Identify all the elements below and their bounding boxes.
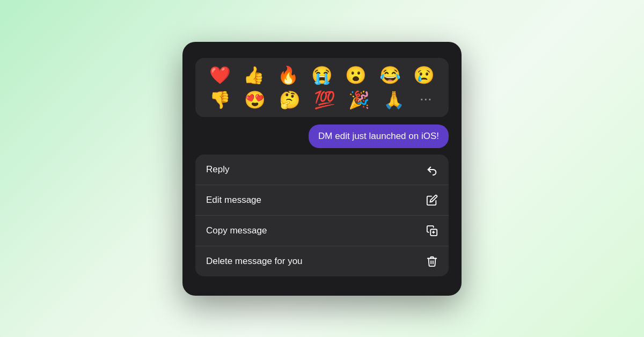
emoji-row-2: 👎 😍 🤔 💯 🎉 🙏 ··· — [204, 89, 440, 111]
emoji-thinking[interactable]: 🤔 — [277, 89, 303, 111]
emoji-row-1: ❤️ 👍 🔥 😭 😮 😂 😢 — [204, 64, 440, 86]
emoji-sad[interactable]: 😢 — [411, 64, 437, 86]
copy-message-label: Copy message — [206, 225, 267, 236]
copy-message-menu-item[interactable]: Copy message — [195, 216, 449, 246]
emoji-fire[interactable]: 🔥 — [275, 64, 301, 86]
emoji-thumbs-down[interactable]: 👎 — [207, 89, 233, 111]
emoji-surprised[interactable]: 😮 — [343, 64, 369, 86]
reply-icon — [426, 164, 438, 175]
context-menu: Reply Edit message Copy message — [195, 155, 449, 276]
reply-label: Reply — [206, 164, 229, 175]
emoji-pray[interactable]: 🙏 — [381, 89, 407, 111]
reply-menu-item[interactable]: Reply — [195, 155, 449, 185]
emoji-100[interactable]: 💯 — [312, 89, 338, 111]
message-bubble-container: DM edit just launched on iOS! — [195, 124, 449, 148]
emoji-crying[interactable]: 😭 — [309, 64, 335, 86]
emoji-laughing-crying[interactable]: 😂 — [377, 64, 403, 86]
message-bubble: DM edit just launched on iOS! — [309, 124, 449, 148]
edit-message-menu-item[interactable]: Edit message — [195, 185, 449, 216]
edit-message-label: Edit message — [206, 195, 261, 206]
trash-icon — [426, 255, 438, 267]
delete-message-menu-item[interactable]: Delete message for you — [195, 246, 449, 276]
emoji-thumbs-up[interactable]: 👍 — [241, 64, 267, 86]
emoji-heart-eyes[interactable]: 😍 — [242, 89, 268, 111]
emoji-heart[interactable]: ❤️ — [207, 64, 233, 86]
emoji-more-button[interactable]: ··· — [416, 91, 437, 108]
emoji-picker: ❤️ 👍 🔥 😭 😮 😂 😢 👎 😍 🤔 💯 🎉 🙏 ··· — [195, 58, 449, 117]
delete-message-label: Delete message for you — [206, 256, 303, 267]
edit-icon — [426, 194, 438, 206]
message-text: DM edit just launched on iOS! — [318, 131, 439, 141]
copy-icon — [426, 225, 438, 237]
emoji-party[interactable]: 🎉 — [346, 89, 372, 111]
phone-card: ❤️ 👍 🔥 😭 😮 😂 😢 👎 😍 🤔 💯 🎉 🙏 ··· DM edit j… — [182, 42, 462, 296]
